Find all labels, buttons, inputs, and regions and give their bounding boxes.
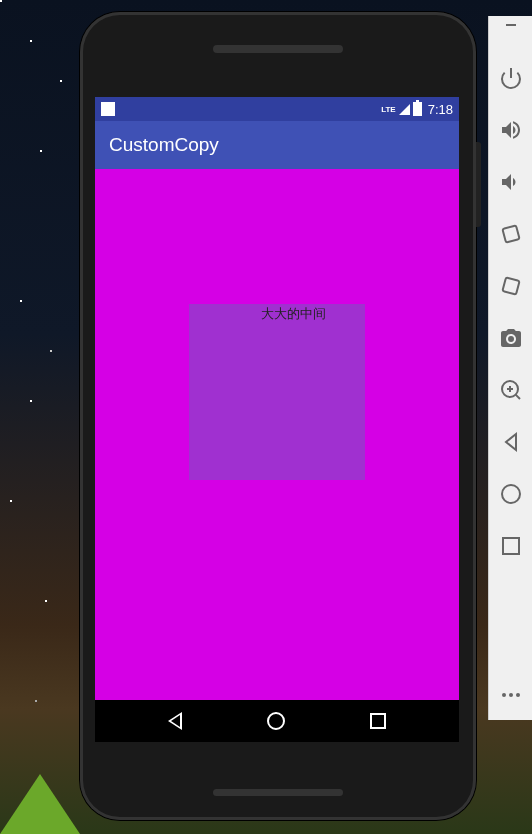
minimize-button[interactable] xyxy=(506,24,516,26)
phone-speaker-top xyxy=(213,45,343,53)
app-bar: CustomCopy xyxy=(95,121,459,169)
svg-rect-1 xyxy=(502,225,519,242)
nav-recent-button[interactable] xyxy=(370,713,386,729)
phone-speaker-bottom xyxy=(213,789,343,796)
zoom-icon xyxy=(499,378,523,402)
volume-down-icon xyxy=(499,170,523,194)
rotate-left-icon xyxy=(499,222,523,246)
recent-icon xyxy=(499,534,523,558)
rotate-right-icon xyxy=(499,274,523,298)
network-label: LTE xyxy=(381,105,396,114)
signal-icon xyxy=(399,104,410,115)
app-content[interactable]: 大大的中间 xyxy=(95,169,459,700)
more-icon xyxy=(499,683,523,707)
phone-device-frame: LTE 7:18 CustomCopy 大大的中间 xyxy=(80,12,476,820)
battery-icon xyxy=(413,102,422,116)
svg-rect-2 xyxy=(502,277,519,294)
emulator-toolbar xyxy=(488,16,532,720)
svg-point-3 xyxy=(508,336,514,342)
svg-marker-8 xyxy=(506,434,516,450)
toolbar-home-button[interactable] xyxy=(496,479,526,509)
home-icon xyxy=(499,482,523,506)
status-notification-icon xyxy=(101,102,115,116)
center-label: 大大的中间 xyxy=(261,305,326,323)
svg-point-11 xyxy=(502,693,506,697)
zoom-button[interactable] xyxy=(496,375,526,405)
screenshot-button[interactable] xyxy=(496,323,526,353)
center-box[interactable] xyxy=(189,304,365,480)
nav-home-button[interactable] xyxy=(267,712,285,730)
volume-up-button[interactable] xyxy=(496,115,526,145)
status-time: 7:18 xyxy=(428,102,453,117)
volume-down-button[interactable] xyxy=(496,167,526,197)
svg-line-5 xyxy=(515,395,519,399)
status-bar: LTE 7:18 xyxy=(95,97,459,121)
toolbar-recent-button[interactable] xyxy=(496,531,526,561)
phone-volume-rocker xyxy=(476,142,481,227)
toolbar-back-button[interactable] xyxy=(496,427,526,457)
svg-rect-10 xyxy=(503,538,519,554)
svg-point-13 xyxy=(516,693,520,697)
power-icon xyxy=(499,66,523,90)
back-icon xyxy=(499,430,523,454)
navigation-bar xyxy=(95,700,459,742)
app-title: CustomCopy xyxy=(109,134,219,156)
svg-point-9 xyxy=(502,485,520,503)
more-button[interactable] xyxy=(496,680,526,710)
nav-back-button[interactable] xyxy=(168,712,182,730)
rotate-right-button[interactable] xyxy=(496,271,526,301)
phone-screen: LTE 7:18 CustomCopy 大大的中间 xyxy=(95,97,459,742)
power-button[interactable] xyxy=(496,63,526,93)
wallpaper-tent xyxy=(0,774,80,834)
svg-point-12 xyxy=(509,693,513,697)
camera-icon xyxy=(499,326,523,350)
rotate-left-button[interactable] xyxy=(496,219,526,249)
volume-up-icon xyxy=(499,118,523,142)
